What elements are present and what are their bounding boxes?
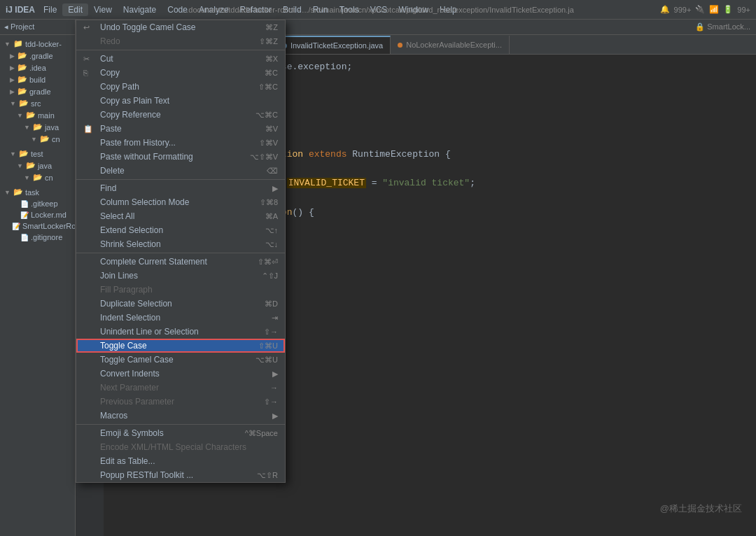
menu-paste-history[interactable]: Paste from History... ⇧⌘V <box>76 136 285 150</box>
menu-macros[interactable]: Macros ▶ <box>76 409 285 423</box>
sidebar: ◂ Project ▼ 📁 tdd-locker- ▶ 📂 .gradle ▶ … <box>0 20 76 536</box>
menu-copy-plain-label: Copy as Plain Text <box>100 96 271 106</box>
menu-duplicate-shortcut: ⌘D <box>265 299 278 309</box>
project-header: ◂ Project <box>0 20 75 35</box>
menu-shrink-selection[interactable]: Shrink Selection ⌥↓ <box>76 237 285 251</box>
menu-extend-selection[interactable]: Extend Selection ⌥↑ <box>76 223 285 237</box>
tree-item-idea[interactable]: ▶ 📂 .idea <box>0 62 75 73</box>
menu-toggle-camel-label: Toggle Camel Case <box>100 355 248 365</box>
tree-item-java[interactable]: ▼ 📂 java <box>0 121 75 133</box>
menu-copy-shortcut: ⌘C <box>265 69 278 78</box>
menu-paste[interactable]: 📋 Paste ⌘V <box>76 122 285 136</box>
menu-fill-paragraph: Fill Paragraph <box>76 283 285 297</box>
tree-item-build[interactable]: ▶ 📂 build <box>0 73 75 85</box>
menu-navigate[interactable]: Navigate <box>118 3 162 16</box>
tree-item-root[interactable]: ▼ 📁 tdd-locker- <box>0 38 75 50</box>
paste-icon: 📋 <box>83 125 96 134</box>
tree-item-gitignore[interactable]: 📄 .gitignore <box>0 232 75 243</box>
menu-column-selection[interactable]: Column Selection Mode ⇧⌘8 <box>76 195 285 209</box>
menu-edit-table[interactable]: Edit as Table... <box>76 454 285 468</box>
menu-select-all-label: Select All <box>100 211 258 221</box>
menu-next-param-shortcut: → <box>270 383 278 392</box>
tree-label: main <box>38 111 55 120</box>
find-arrow: ▶ <box>272 184 278 193</box>
project-label: ◂ Project <box>4 22 34 31</box>
menu-toggle-camel[interactable]: Toggle Camel Case ⌥⌘U <box>76 353 285 367</box>
menu-duplicate[interactable]: Duplicate Selection ⌘D <box>76 297 285 311</box>
tree-item-gradle[interactable]: ▶ 📂 .gradle <box>0 50 75 62</box>
menu-indent[interactable]: Indent Selection ⇥ <box>76 311 285 325</box>
menu-copy-path-shortcut: ⇧⌘C <box>258 83 278 92</box>
tab-no-locker[interactable]: NoLockerAvailableExcepti... <box>391 36 510 54</box>
tree-label: .gitkeep <box>31 199 58 208</box>
tree-item-test[interactable]: ▼ 📂 test <box>0 148 75 160</box>
tab-label: InvalidTicketException.java <box>290 41 383 50</box>
tree-item-cn[interactable]: ▼ 📂 cn <box>0 133 75 145</box>
watermark: @稀土掘金技术社区 <box>660 502 742 515</box>
menu-paste-noformat[interactable]: Paste without Formatting ⌥⇧⌘V <box>76 150 285 164</box>
menu-prev-param: Previous Parameter ⇧→ <box>76 395 285 409</box>
menu-copy-ref[interactable]: Copy Reference ⌥⌘C <box>76 108 285 122</box>
menu-select-all[interactable]: Select All ⌘A <box>76 209 285 223</box>
tree-label: Locker.md <box>31 211 66 219</box>
menu-popup-restful[interactable]: Popup RESTful Toolkit ... ⌥⇧R <box>76 468 285 482</box>
menu-undo[interactable]: ↩ Undo Toggle Camel Case ⌘Z <box>76 20 285 34</box>
menu-unindent[interactable]: Unindent Line or Selection ⇧→ <box>76 325 285 339</box>
badge-count: 999+ <box>674 6 692 14</box>
tree-item-java2[interactable]: ▼ 📂 java <box>0 160 75 171</box>
menu-join-lines-label: Join Lines <box>100 271 255 281</box>
menu-undo-shortcut: ⌘Z <box>265 23 278 32</box>
tree-item-src[interactable]: ▼ 📂 src <box>0 97 75 109</box>
menu-view[interactable]: View <box>88 3 118 16</box>
menu-prev-param-shortcut: ⇧→ <box>264 397 278 407</box>
smart-lock-label: 🔒 SmartLock... <box>695 22 750 31</box>
tree-label: cn <box>52 135 60 143</box>
wifi-icon: 📶 <box>709 5 719 14</box>
tree-item-main[interactable]: ▼ 📂 main <box>0 109 75 121</box>
titlebar: iJ IDEA File Edit View Navigate Code Ana… <box>0 0 756 20</box>
plugin-icon[interactable]: 🔌 <box>695 5 705 14</box>
tree-label: test <box>31 150 43 158</box>
menu-join-lines[interactable]: Join Lines ⌃⇧J <box>76 269 285 283</box>
tab-invalid-ticket[interactable]: InvalidTicketException.java <box>275 36 391 54</box>
tree-label: tdd-locker- <box>25 40 62 48</box>
menu-emoji[interactable]: Emoji & Symbols ^⌘Space <box>76 426 285 440</box>
menu-copy-plain[interactable]: Copy as Plain Text <box>76 94 285 108</box>
menu-copy-path[interactable]: Copy Path ⇧⌘C <box>76 80 285 94</box>
menu-cut[interactable]: ✂ Cut ⌘X <box>76 52 285 66</box>
tree-item-locker-md[interactable]: 📝 Locker.md <box>0 209 75 220</box>
edit-menu: ↩ Undo Toggle Camel Case ⌘Z Redo ⇧⌘Z ✂ C… <box>76 20 286 483</box>
tree-label: cn <box>45 174 53 182</box>
menu-redo: Redo ⇧⌘Z <box>76 34 285 48</box>
menu-complete-statement-shortcut: ⇧⌘⏎ <box>258 258 278 267</box>
menu-duplicate-label: Duplicate Selection <box>100 299 258 309</box>
menu-complete-statement[interactable]: Complete Current Statement ⇧⌘⏎ <box>76 255 285 269</box>
menu-join-lines-shortcut: ⌃⇧J <box>262 271 279 281</box>
tab-label: NoLockerAvailableExcepti... <box>406 41 502 49</box>
menu-convert-indents[interactable]: Convert Indents ▶ <box>76 367 285 381</box>
tree-item-gitkeep[interactable]: 📄 .gitkeep <box>0 198 75 209</box>
menu-copy[interactable]: ⎘ Copy ⌘C <box>76 66 285 80</box>
menu-redo-label: Redo <box>100 36 252 46</box>
tree-label: .idea <box>29 64 46 72</box>
notification-icon[interactable]: 🔔 <box>660 5 670 14</box>
menu-edit[interactable]: Edit <box>62 3 88 16</box>
menu-popup-restful-shortcut: ⌥⇧R <box>257 471 278 480</box>
menu-column-selection-shortcut: ⇧⌘8 <box>260 198 278 207</box>
menu-complete-statement-label: Complete Current Statement <box>100 257 251 267</box>
tree-item-task[interactable]: ▼ 📂 task <box>0 186 75 198</box>
menu-shrink-selection-label: Shrink Selection <box>100 239 258 249</box>
menu-delete[interactable]: Delete ⌫ <box>76 164 285 178</box>
undo-icon: ↩ <box>83 23 96 32</box>
tree-item-gradle2[interactable]: ▶ 📂 gradle <box>0 85 75 97</box>
macros-arrow: ▶ <box>272 411 278 421</box>
menu-toggle-camel-shortcut: ⌥⌘U <box>255 355 278 365</box>
menu-column-selection-label: Column Selection Mode <box>100 197 253 207</box>
menu-toggle-case[interactable]: Toggle Case ⇧⌘U <box>76 339 285 353</box>
tree-label: .gitignore <box>31 233 62 241</box>
tree-item-cn2[interactable]: ▼ 📂 cn <box>0 171 75 183</box>
tree-item-smartlocker-md[interactable]: 📝 SmartLockerRobot.md <box>0 220 75 232</box>
menu-find[interactable]: Find ▶ <box>76 181 285 195</box>
menu-fill-paragraph-label: Fill Paragraph <box>100 285 271 295</box>
menu-file[interactable]: File <box>38 3 62 16</box>
